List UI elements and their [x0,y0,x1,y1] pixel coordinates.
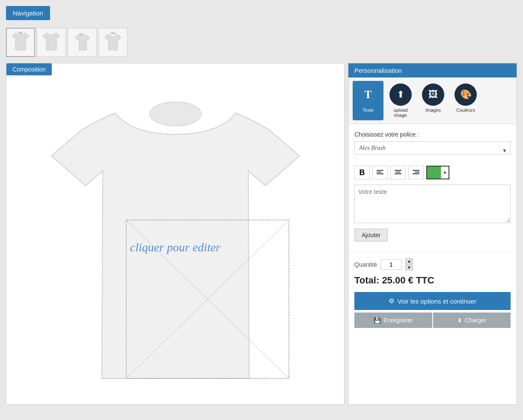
images-icon: 🖼 [422,83,444,106]
quantity-label: Quantité [354,261,377,268]
texte-label: Texte [363,107,374,113]
bold-button[interactable]: B [354,166,370,179]
svg-point-1 [79,33,83,35]
gear-icon: ⚙ [389,297,394,305]
tshirt-canvas[interactable]: cliquer pour editer [6,79,344,404]
thumbnail-front[interactable] [6,28,35,57]
options-continue-button[interactable]: ⚙ Voir les options et continuer [354,292,511,310]
load-button[interactable]: ⬇ Charger [433,313,511,328]
tool-images[interactable]: 🖼 Images [418,81,449,120]
color-dropdown-arrow: ▼ [441,167,449,179]
couleurs-icon: 🎨 [455,83,477,106]
align-center-button[interactable] [390,166,406,179]
navigation-button[interactable]: Navigation [6,6,50,20]
svg-point-0 [18,32,23,34]
thumbnail-right[interactable] [98,28,128,57]
tshirt-svg [30,87,321,396]
thumbnail-bar [0,26,523,63]
tshirt-container: cliquer pour editer [30,87,321,396]
quantity-row: Quantité ▲ ▼ [354,258,511,271]
tool-couleurs[interactable]: 🎨 Couleurs [450,81,481,120]
bottom-section: Quantité ▲ ▼ Total: 25.00 € TTC ⚙ Voir l… [348,252,517,334]
right-panel: Personnalisation T Texte ⬆ uploadimage 🖼 [348,63,517,405]
action-row: 💾 Enregistrer ⬇ Charger [354,313,511,328]
tool-texte[interactable]: T Texte [353,81,383,120]
tool-upload[interactable]: ⬆ uploadimage [385,81,416,120]
canvas-panel: Composition cliquer pour editer [6,63,345,405]
save-button[interactable]: 💾 Enregistrer [354,313,432,328]
quantity-up[interactable]: ▲ [405,258,413,264]
options-button-label: Voir les options et continuer [398,298,476,305]
quantity-input[interactable] [380,259,402,270]
total-display: Total: 25.00 € TTC [354,275,511,286]
format-row: B ▼ [354,166,511,179]
font-dropdown[interactable]: Alex Brush Arial Times New Roman Georgia… [354,141,511,155]
quantity-spinner: ▲ ▼ [405,258,413,271]
couleurs-label: Couleurs [456,107,475,113]
right-content: Choisissez votre police : Alex Brush Ari… [348,124,517,248]
align-left-button[interactable] [372,166,388,179]
color-picker-button[interactable]: ▼ [426,166,449,179]
upload-icon: ⬆ [389,83,412,106]
download-icon: ⬇ [457,317,462,324]
align-right-button[interactable] [408,166,424,179]
main-layout: Composition cliquer pour editer [0,63,523,411]
composition-button[interactable]: Composition [6,63,52,75]
upload-label: uploadimage [393,107,407,118]
tool-icons-row: T Texte ⬆ uploadimage 🖼 Images [348,77,517,124]
thumbnail-left[interactable] [68,28,97,57]
images-label: Images [425,107,441,113]
color-swatch [427,167,441,179]
texte-icon: T [357,83,379,106]
quantity-down[interactable]: ▼ [405,265,413,271]
thumbnail-back[interactable] [37,28,66,57]
save-icon: 💾 [374,317,381,324]
personalisation-header: Personnalisation [348,63,517,77]
font-label: Choisissez votre police : [354,131,511,138]
text-input[interactable] [354,185,511,223]
svg-point-2 [150,102,201,126]
add-button[interactable]: Ajouter [354,229,388,241]
